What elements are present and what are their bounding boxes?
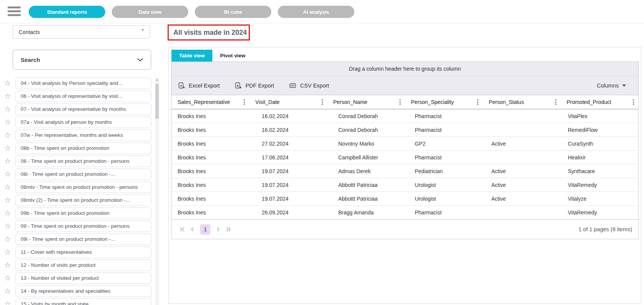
- excel-export-button[interactable]: X Excel Export: [178, 82, 220, 89]
- report-list-item[interactable]: 11 - Cover with representatives: [15, 247, 152, 258]
- next-page-icon[interactable]: [213, 224, 223, 234]
- table-row[interactable]: Brooks Ines 19.07.2024 Abbottt Patriciaa…: [171, 178, 638, 192]
- favorite-star-icon[interactable]: ☆: [0, 156, 15, 167]
- table-row[interactable]: Brooks Ines 19.07.2024 Admas Derek Pedia…: [171, 164, 638, 178]
- column-menu-icon[interactable]: [244, 99, 245, 105]
- search-expander[interactable]: Search: [13, 50, 151, 70]
- category-select-value: Contacts: [19, 29, 40, 35]
- cell-person-name: Abbottt Patriciaa: [332, 192, 409, 205]
- view-tabs: Table view Pivot view: [171, 50, 253, 62]
- report-list-item[interactable]: 14 - By representatives and specialities: [15, 286, 152, 297]
- column-menu-icon[interactable]: [555, 99, 556, 105]
- favorite-star-icon[interactable]: ☆: [0, 273, 15, 284]
- favorite-star-icon[interactable]: ☆: [0, 247, 15, 258]
- report-list-item[interactable]: 08mtv (2) - Time spent on product promot…: [15, 195, 152, 206]
- table-row[interactable]: Brooks Ines 16.02.2024 Conrad Deborah Ph…: [171, 109, 638, 123]
- report-list-item[interactable]: 07w - Per representative, months and wee…: [15, 130, 152, 141]
- report-list-item[interactable]: 13 - Number of visited per product: [15, 273, 152, 284]
- pdf-export-button[interactable]: A PDF Export: [235, 82, 274, 89]
- favorite-star-icon[interactable]: ☆: [0, 208, 15, 219]
- cell-person-status: Active: [485, 164, 562, 178]
- report-list-item[interactable]: 12 - Number of visits per product: [15, 260, 152, 271]
- column-header[interactable]: Person_Speciality: [405, 95, 483, 109]
- favorite-star-icon[interactable]: ☆: [0, 104, 15, 115]
- module-tab[interactable]: BI cube: [195, 6, 271, 18]
- group-panel[interactable]: Drag a column header here to group its c…: [171, 62, 638, 76]
- column-header[interactable]: Sales_Representative: [171, 95, 249, 109]
- pager-summary: 1 of 1 pages (8 items): [579, 226, 632, 232]
- report-list-item[interactable]: 07a - Visit analysis of person by months: [15, 117, 152, 128]
- cell-person-speciality: Pharmacist: [409, 206, 485, 219]
- report-list-item[interactable]: 08i - Time spent on product promotion -.…: [15, 169, 152, 180]
- favorite-star-icon[interactable]: ☆: [0, 299, 15, 305]
- favorite-star-icon[interactable]: ☆: [0, 260, 15, 271]
- module-tab[interactable]: Data view: [112, 6, 188, 18]
- report-list-item[interactable]: 09 - Time spent on product promotion - p…: [15, 221, 152, 232]
- report-list-item[interactable]: 06 - Visit analysis of representative by…: [15, 91, 152, 102]
- module-tabs: Standard reports Data view BI cube AI an…: [29, 6, 354, 18]
- report-list-item[interactable]: 07 - Visit analysis of representative by…: [15, 104, 152, 115]
- favorite-star-icon[interactable]: ☆: [0, 195, 15, 206]
- view-tab[interactable]: Pivot view: [212, 50, 253, 62]
- favorite-star-icon[interactable]: ☆: [0, 91, 15, 102]
- column-header-label: Promoted_Product: [567, 99, 611, 105]
- table-row[interactable]: Brooks Ines 16.02.2024 Conrad Deborah Ph…: [171, 123, 638, 137]
- report-list: ☆ 04 - Visit analysis by Person speciali…: [0, 78, 153, 305]
- csv-export-button[interactable]: CSV CSV Export: [289, 82, 329, 89]
- svg-text:CSV: CSV: [291, 84, 295, 87]
- report-list-item[interactable]: 04 - Visit analysis by Person speciality…: [15, 78, 152, 89]
- table-row[interactable]: Brooks Ines 27.02.2024 Novotny Marko GP2…: [171, 137, 638, 151]
- favorite-star-icon[interactable]: ☆: [0, 78, 15, 89]
- category-select[interactable]: Contacts ▼: [13, 25, 150, 39]
- favorite-star-icon[interactable]: ☆: [0, 221, 15, 232]
- module-tab[interactable]: Standard reports: [29, 6, 105, 18]
- table-row[interactable]: Brooks Ines 26.09.2024 Bragg Amanda Phar…: [171, 206, 638, 219]
- previous-page-icon[interactable]: [187, 224, 197, 234]
- column-menu-icon[interactable]: [633, 99, 634, 105]
- excel-export-label: Excel Export: [189, 83, 220, 89]
- cell-promoted-product: VitaPlex: [562, 109, 638, 123]
- column-header-label: Person_Status: [489, 99, 524, 105]
- report-list-item[interactable]: 08mtv - Time spent on product promotion …: [15, 182, 152, 193]
- column-header[interactable]: Person_Name: [327, 95, 405, 109]
- cell-visit-date: 19.07.2024: [248, 192, 332, 205]
- table-row[interactable]: Brooks Ines 19.07.2024 Abbottt Patriciaa…: [171, 192, 638, 206]
- column-chooser-button[interactable]: Columns: [597, 83, 626, 89]
- last-page-icon[interactable]: [223, 224, 233, 234]
- column-menu-icon[interactable]: [399, 99, 401, 105]
- cell-sales-representative: Brooks Ines: [171, 164, 248, 178]
- first-page-icon[interactable]: [178, 224, 187, 234]
- cell-visit-date: 27.02.2024: [248, 137, 332, 150]
- column-header-label: Person_Speciality: [411, 99, 454, 105]
- column-header-label: Person_Name: [333, 99, 368, 105]
- module-tab[interactable]: AI analysis: [278, 6, 354, 18]
- favorite-star-icon[interactable]: ☆: [0, 182, 15, 193]
- sidebar-scrollbar[interactable]: ▲: [155, 78, 159, 305]
- report-list-item[interactable]: 15 - Visits by month and state: [15, 299, 152, 305]
- favorite-star-icon[interactable]: ☆: [0, 143, 15, 154]
- column-header[interactable]: Person_Status: [483, 95, 560, 109]
- current-page-badge[interactable]: 1: [200, 224, 210, 235]
- column-menu-icon[interactable]: [322, 99, 323, 105]
- column-header[interactable]: Promoted_Product: [561, 95, 638, 109]
- table-row[interactable]: Brooks Ines 17.06.2024 Campbell Allister…: [171, 151, 638, 164]
- favorite-star-icon[interactable]: ☆: [0, 169, 15, 180]
- favorite-star-icon[interactable]: ☆: [0, 130, 15, 141]
- favorite-star-icon[interactable]: ☆: [0, 234, 15, 245]
- favorite-star-icon[interactable]: ☆: [0, 286, 15, 297]
- report-list-item[interactable]: 09b - Time spent on product promotion: [15, 208, 152, 219]
- favorite-star-icon[interactable]: ☆: [0, 117, 15, 128]
- column-menu-icon[interactable]: [477, 99, 478, 105]
- cell-person-speciality: Pharmacist: [409, 151, 485, 164]
- report-list-item[interactable]: 08b - Time spent on product promotion: [15, 143, 152, 154]
- column-header[interactable]: Visit_Date: [249, 95, 327, 109]
- report-list-item[interactable]: 09i - Time spent on product promotion -.…: [15, 234, 152, 245]
- hamburger-menu-icon[interactable]: [8, 6, 21, 18]
- view-tab[interactable]: Table view: [171, 50, 212, 62]
- scrollbar-thumb[interactable]: [155, 84, 159, 119]
- cell-person-speciality: Pharmacist: [409, 123, 485, 136]
- cell-sales-representative: Brooks Ines: [171, 123, 248, 136]
- report-list-item[interactable]: 08 - Time spent on product promotion - p…: [15, 156, 152, 167]
- report-row: ☆ 13 - Number of visited per product: [0, 273, 153, 284]
- scroll-up-arrow-icon[interactable]: ▲: [155, 78, 159, 81]
